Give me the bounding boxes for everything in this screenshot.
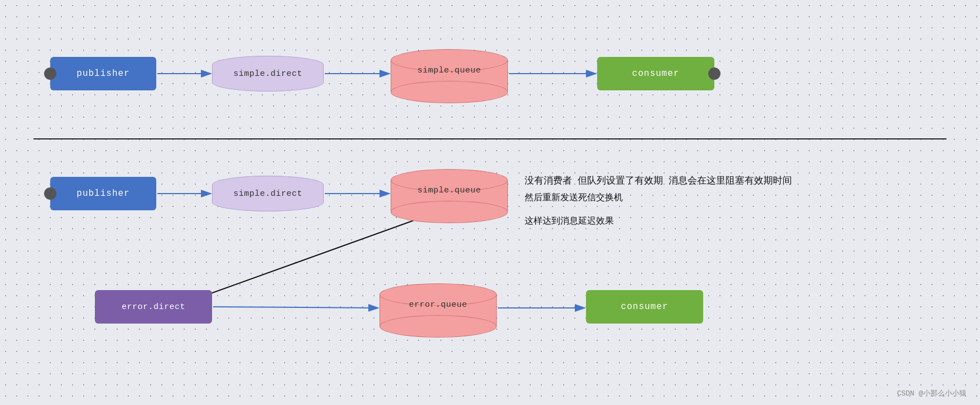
- annotation-line2: 然后重新发送死信交换机: [525, 190, 792, 206]
- exchange-top: simple.direct: [212, 56, 324, 91]
- queue-bottom: simple.queue: [391, 169, 508, 218]
- svg-line-9: [213, 307, 378, 308]
- publisher-label-bottom: publisher: [76, 189, 129, 199]
- annotation-text: 没有消费者 但队列设置了有效期 消息会在这里阻塞有效期时间 然后重新发送死信交换…: [525, 173, 792, 230]
- exchange-bottom: simple.direct: [212, 176, 324, 211]
- publisher-box-top: publisher: [50, 57, 156, 90]
- error-exchange-label: error.direct: [122, 302, 185, 312]
- annotation-line3: 这样达到消息延迟效果: [525, 214, 792, 230]
- exchange-label-top: simple.direct: [233, 69, 302, 79]
- queue-label-top: simple.queue: [391, 66, 508, 75]
- error-queue: error.queue: [379, 283, 497, 332]
- annotation-line1: 没有消费者 但队列设置了有效期 消息会在这里阻塞有效期时间: [525, 173, 792, 190]
- publisher-label-top: publisher: [76, 69, 129, 79]
- exchange-label-bottom: simple.direct: [233, 189, 302, 199]
- consumer-label-top: consumer: [632, 69, 680, 79]
- diagram-container: publisher simple.direct simple.queue con…: [0, 0, 980, 405]
- publisher-dot-top: [44, 68, 56, 80]
- consumer-box-bottom: consumer: [586, 290, 703, 324]
- watermark: CSDN @小那么小小猿: [897, 388, 967, 398]
- consumer-box-top: consumer: [597, 57, 714, 90]
- queue-label-bottom: simple.queue: [391, 186, 508, 195]
- publisher-dot-bottom: [44, 187, 56, 200]
- consumer-dot-top: [708, 68, 720, 80]
- error-queue-label: error.queue: [379, 300, 497, 310]
- error-exchange-box: error.direct: [95, 290, 212, 324]
- consumer-label-bottom: consumer: [621, 302, 669, 312]
- section-divider: [33, 138, 947, 139]
- queue-top: simple.queue: [391, 49, 508, 98]
- publisher-box-bottom: publisher: [50, 177, 156, 210]
